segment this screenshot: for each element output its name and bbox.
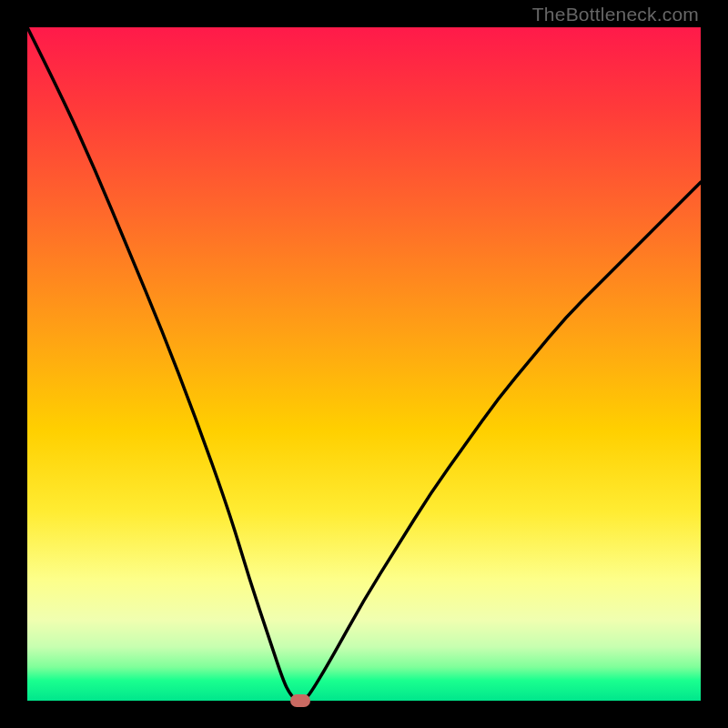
optimum-marker: [290, 694, 310, 707]
chart-frame: TheBottleneck.com: [0, 0, 728, 728]
plot-area: [27, 27, 701, 701]
watermark-text: TheBottleneck.com: [532, 4, 699, 25]
bottleneck-curve: [27, 27, 701, 701]
